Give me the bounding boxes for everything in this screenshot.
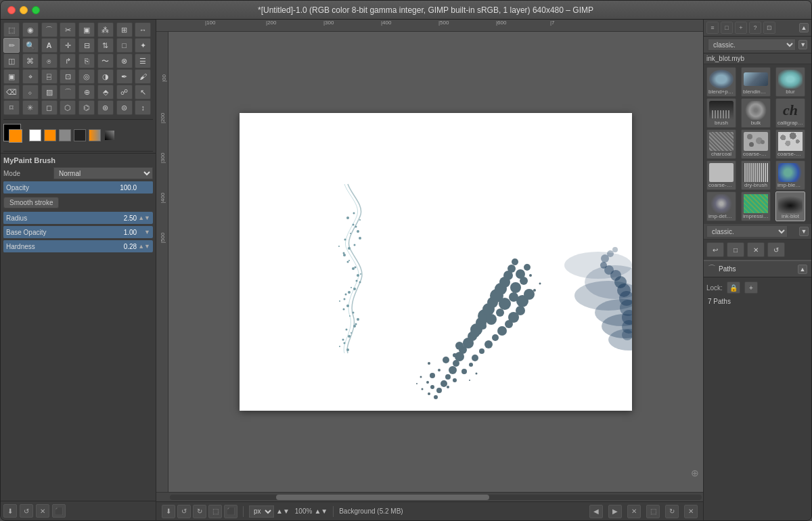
horizontal-scrollbar[interactable] (156, 492, 703, 501)
menu-icon-3[interactable]: + (735, 22, 747, 34)
tool-unified[interactable]: ☰ (135, 53, 151, 68)
brush-item-impressionism[interactable]: impressionism (741, 191, 771, 221)
tool-mypaint[interactable]: 🖌 (135, 69, 151, 84)
tool-lasso[interactable]: ⌒ (41, 22, 58, 37)
tool-heal[interactable]: ⌖ (22, 69, 39, 84)
export-icon-btn[interactable]: ⬇ (162, 505, 175, 518)
tool-align[interactable]: ⊟ (78, 38, 95, 53)
gray-swatch[interactable] (59, 129, 71, 141)
close-doc-btn[interactable]: ✕ (684, 505, 698, 518)
tool-rect-select[interactable]: ⬚ (3, 22, 20, 37)
lock-icon-btn[interactable]: 🔒 (727, 281, 740, 294)
brush-item-coarse-bulk1[interactable]: coarse-bulk-1 (741, 129, 771, 159)
cancel-tool-btn[interactable]: ✕ (627, 505, 641, 518)
tool-fill[interactable]: ⬦ (22, 85, 39, 99)
opacity-slider[interactable]: Opacity 100.0 ▲▼ (3, 181, 153, 194)
menu-icon-2[interactable]: □ (721, 22, 733, 34)
tool-paint[interactable]: ▣ (3, 69, 20, 84)
tool-r2[interactable]: ✳ (22, 100, 39, 115)
tool-clone[interactable]: ⌸ (41, 69, 58, 84)
ok-button[interactable]: ⬛ (52, 504, 66, 518)
tool-r1[interactable]: ⌑ (3, 100, 20, 115)
canvas-resize-handle[interactable]: ⊕ (691, 468, 699, 478)
tool-dodge[interactable]: ◑ (97, 69, 114, 84)
tool-eraser[interactable]: ⌫ (3, 85, 20, 99)
white-swatch[interactable] (29, 129, 41, 141)
tool-cage[interactable]: ⎘ (78, 53, 95, 68)
tool-blur2[interactable]: ◎ (78, 69, 95, 84)
brush-refresh-btn[interactable]: ↺ (767, 242, 785, 257)
tool-warp2[interactable]: 〜 (97, 53, 114, 68)
mode-dropdown[interactable]: Normal (53, 167, 153, 179)
brush-item-brush[interactable]: brush (706, 98, 736, 128)
tool-seam[interactable]: ⊗ (116, 53, 133, 68)
tool-text[interactable]: A (41, 38, 58, 53)
brush-item-dry-brush[interactable]: dry-brush (741, 160, 771, 190)
tool-flip[interactable]: ⇅ (97, 38, 114, 53)
minimize-button[interactable] (20, 6, 28, 14)
hardness-slider[interactable]: Hardness 0.28 ▲▼ (3, 240, 153, 252)
unit-dropdown[interactable]: px (249, 505, 274, 518)
tool-transform[interactable]: ⍟ (41, 53, 58, 68)
export-button[interactable]: ⬇ (3, 504, 17, 518)
tool-grow[interactable]: ⊞ (116, 22, 133, 37)
h-scrollbar-track[interactable] (170, 495, 702, 500)
zoom-fit-btn[interactable]: ⬚ (646, 505, 660, 518)
canvas-icon-btn[interactable]: ⬚ (208, 505, 222, 518)
tool-perspective2[interactable]: ⊡ (60, 69, 76, 84)
foreground-color[interactable] (9, 129, 22, 143)
brush-item-charcoal[interactable]: charcoal (706, 129, 736, 159)
tool-ink[interactable]: ✒ (116, 69, 133, 84)
tool-shear[interactable]: ◫ (3, 53, 20, 68)
menu-icon-5[interactable]: ⊡ (763, 22, 775, 34)
tool-fg-select[interactable]: ▣ (78, 22, 95, 37)
tool-scale[interactable]: ✦ (135, 38, 151, 53)
brush-item-imp-blending[interactable]: imp-blending (775, 160, 805, 190)
canvas-viewport[interactable]: ⊕ (168, 32, 703, 492)
brush-item-imp-details[interactable]: imp-details (706, 191, 736, 221)
brush-tag-dropdown2[interactable]: classic. (706, 225, 788, 237)
base-opacity-slider[interactable]: Base Opacity 1.00 ▲▼ (3, 226, 153, 238)
tool-scissors[interactable]: ✂ (60, 22, 76, 37)
rotate-btn[interactable]: ↻ (665, 505, 679, 518)
dark-swatch[interactable] (74, 129, 86, 141)
close-button[interactable] (7, 6, 16, 14)
screen-mode[interactable] (105, 131, 114, 140)
brush-item-coarse-bulk3[interactable]: coarse-bulk-3 (706, 160, 736, 190)
tool-eye[interactable]: ◉ (22, 22, 39, 37)
tool-pencil[interactable]: ✏ (3, 38, 20, 53)
tool-r3[interactable]: ◻ (41, 100, 58, 115)
selection-icon-btn[interactable]: ⬛ (224, 505, 238, 518)
brush-copy-btn[interactable]: □ (727, 242, 744, 257)
tool-zoom[interactable]: 🔍 (22, 38, 39, 53)
tool-r5[interactable]: ⌬ (78, 100, 95, 115)
brush-item-blend-paint[interactable]: blend+paint (706, 67, 736, 97)
tool-r8[interactable]: ↕ (135, 100, 151, 115)
tool-picker[interactable]: ⊕ (78, 85, 95, 99)
tool-gradient[interactable]: ▨ (41, 85, 58, 99)
tool-r6[interactable]: ⊛ (97, 100, 114, 115)
tool-rotate[interactable]: □ (116, 38, 133, 53)
nav-prev-btn[interactable]: ◀ (589, 505, 603, 518)
orange-swatch[interactable] (44, 129, 56, 141)
tool-fuzzy[interactable]: ⁂ (97, 22, 114, 37)
add-path-btn[interactable]: + (744, 281, 758, 294)
brush-delete-btn[interactable]: ✕ (747, 242, 765, 257)
brush-tag-dropdown[interactable]: classic. (708, 39, 796, 51)
menu-icon-1[interactable]: ≡ (706, 22, 719, 34)
brush-item-blur[interactable]: blur (775, 67, 805, 97)
maximize-button[interactable] (32, 6, 40, 14)
tool-pointer[interactable]: ↖ (135, 85, 151, 99)
tool-r4[interactable]: ⬡ (60, 100, 76, 115)
brush-item-blending-knife[interactable]: blending-knife (741, 67, 771, 97)
smooth-stroke-button[interactable]: Smooth stroke (3, 197, 59, 208)
tool-perspective[interactable]: ⌘ (22, 53, 39, 68)
h-scrollbar-thumb[interactable] (276, 495, 489, 500)
menu-icon-4[interactable]: ? (749, 22, 761, 34)
paths-expand-btn[interactable]: ▲ (798, 265, 807, 274)
brush-panel-expand[interactable]: ▼ (798, 40, 807, 49)
brush-item-ink-blot[interactable]: ink-blot (775, 191, 805, 221)
nav-next-btn[interactable]: ▶ (608, 505, 622, 518)
tool-r7[interactable]: ⊜ (116, 100, 133, 115)
cancel-button[interactable]: ✕ (36, 504, 49, 518)
